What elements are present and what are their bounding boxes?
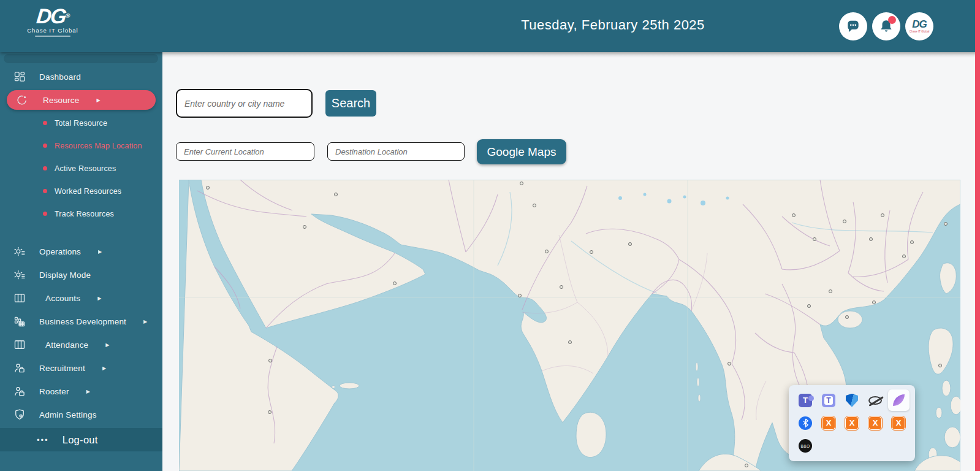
xampp-2-icon[interactable] bbox=[841, 412, 863, 434]
city-marker bbox=[902, 255, 906, 258]
dashboard-icon bbox=[13, 71, 26, 83]
city-marker bbox=[206, 186, 210, 190]
person-icon bbox=[13, 385, 26, 397]
sidebar-item[interactable]: Dashboard bbox=[0, 65, 162, 88]
logout-label: Log-out bbox=[63, 434, 98, 446]
sidebar-item[interactable]: Resources Map Location bbox=[0, 134, 162, 157]
sidebar-item[interactable]: Resource ▶ bbox=[7, 90, 156, 110]
sidebar-item[interactable]: Rooster ▶ bbox=[0, 380, 162, 403]
city-marker bbox=[520, 182, 523, 185]
columns-icon bbox=[13, 339, 26, 351]
chevron-right-icon: ▶ bbox=[105, 342, 109, 348]
chat-button[interactable] bbox=[839, 12, 867, 40]
city-marker bbox=[843, 220, 846, 223]
city-marker bbox=[545, 250, 549, 253]
xampp-glyph bbox=[868, 416, 882, 430]
city-marker bbox=[268, 359, 272, 362]
brand-logo-mark: DG® bbox=[15, 4, 91, 28]
logout-button[interactable]: ••• Log-out bbox=[0, 428, 162, 451]
sidebar-item[interactable]: Attendance ▶ bbox=[0, 333, 162, 356]
city-marker bbox=[845, 315, 849, 319]
sidebar-item[interactable]: Recruitment ▶ bbox=[0, 356, 162, 380]
city-marker bbox=[872, 301, 876, 304]
xampp-3-icon[interactable] bbox=[865, 412, 886, 434]
sidebar-item[interactable]: Active Resources bbox=[0, 157, 162, 180]
sidebar-item[interactable]: Display Mode bbox=[0, 263, 162, 286]
xampp-icon[interactable] bbox=[818, 412, 840, 434]
bullet-icon bbox=[43, 144, 47, 148]
bullet-icon bbox=[43, 212, 47, 216]
page-scrollbar[interactable] bbox=[975, 0, 980, 471]
city-marker bbox=[829, 289, 832, 293]
city-marker bbox=[268, 410, 272, 414]
city-marker bbox=[807, 304, 811, 308]
sidebar-item[interactable]: Worked Resources bbox=[0, 180, 162, 202]
chevron-right-icon: ▶ bbox=[97, 296, 101, 301]
pen-icon[interactable] bbox=[888, 389, 910, 411]
pie-icon bbox=[16, 94, 28, 106]
system-tray-panel bbox=[789, 385, 915, 461]
sidebar-item[interactable]: Track Resources bbox=[0, 202, 162, 225]
google-maps-button[interactable]: Google Maps bbox=[477, 139, 566, 164]
pen-glyph bbox=[893, 394, 905, 406]
city-marker bbox=[792, 213, 796, 217]
bang-olufsen-glyph bbox=[799, 439, 812, 453]
profile-avatar[interactable]: DG Chase IT Global bbox=[905, 12, 933, 40]
city-marker bbox=[518, 294, 522, 297]
brand-logo[interactable]: DG® Chase IT Global bbox=[16, 4, 89, 37]
bullet-icon bbox=[43, 166, 47, 170]
teams2-icon-glyph bbox=[822, 394, 835, 407]
city-marker bbox=[590, 250, 593, 254]
sidebar-item[interactable]: Total Resource bbox=[0, 112, 162, 134]
security-shield-icon[interactable] bbox=[841, 389, 863, 411]
notification-badge bbox=[888, 16, 896, 24]
security-shield-glyph bbox=[846, 394, 858, 407]
avatar-logo: DG Chase IT Global bbox=[910, 19, 929, 34]
chat-icon bbox=[845, 18, 861, 34]
app-header: DG® Chase IT Global Tuesday, February 25… bbox=[0, 0, 980, 52]
person-icon bbox=[13, 362, 26, 374]
chevron-right-icon: ▶ bbox=[98, 249, 102, 255]
sidebar: Dashboard Resource ▶ Total Resource Reso… bbox=[0, 52, 162, 471]
current-location-input[interactable] bbox=[176, 142, 314, 161]
city-marker bbox=[560, 285, 563, 289]
sidebar-item[interactable]: Business Development ▶ bbox=[0, 310, 162, 333]
city-marker bbox=[869, 237, 873, 241]
chevron-right-icon: ▶ bbox=[86, 389, 90, 394]
destination-location-input[interactable] bbox=[327, 142, 465, 161]
chevron-right-icon: ▶ bbox=[96, 98, 100, 103]
bang-olufsen-icon[interactable] bbox=[795, 435, 816, 457]
city-marker bbox=[568, 340, 572, 344]
xampp-4-icon[interactable] bbox=[888, 412, 910, 434]
teams-2-icon[interactable] bbox=[818, 389, 840, 411]
gear-icon bbox=[13, 269, 26, 281]
hidden-icons-icon[interactable] bbox=[865, 389, 886, 411]
xampp-glyph bbox=[822, 416, 835, 430]
teams-icon[interactable] bbox=[795, 389, 816, 411]
city-marker bbox=[393, 281, 397, 285]
search-button[interactable]: Search bbox=[325, 90, 376, 117]
teams-icon-glyph bbox=[799, 394, 812, 407]
sidebar-item[interactable]: Admin Settings bbox=[0, 403, 162, 426]
city-marker bbox=[944, 222, 948, 226]
notifications-button[interactable] bbox=[872, 12, 900, 40]
ellipsis-icon: ••• bbox=[37, 435, 49, 445]
bluetooth-icon[interactable] bbox=[795, 412, 816, 434]
chevron-right-icon: ▶ bbox=[102, 366, 106, 371]
blocks-icon bbox=[13, 315, 26, 327]
city-marker bbox=[303, 225, 306, 229]
city-marker bbox=[938, 364, 942, 367]
bullet-icon bbox=[43, 189, 47, 193]
bluetooth-glyph bbox=[799, 416, 812, 430]
xampp-glyph bbox=[845, 416, 859, 430]
chevron-right-icon: ▶ bbox=[143, 319, 147, 324]
city-marker bbox=[813, 237, 816, 241]
xampp-glyph bbox=[892, 416, 905, 430]
header-actions: DG Chase IT Global bbox=[839, 12, 933, 40]
sidebar-item[interactable]: Accounts ▶ bbox=[0, 286, 162, 310]
sidebar-item[interactable]: Operations ▶ bbox=[0, 240, 162, 263]
brand-tagline bbox=[35, 36, 70, 37]
city-search-input[interactable] bbox=[176, 89, 313, 118]
columns-icon bbox=[13, 292, 26, 304]
shield-icon bbox=[13, 408, 26, 421]
